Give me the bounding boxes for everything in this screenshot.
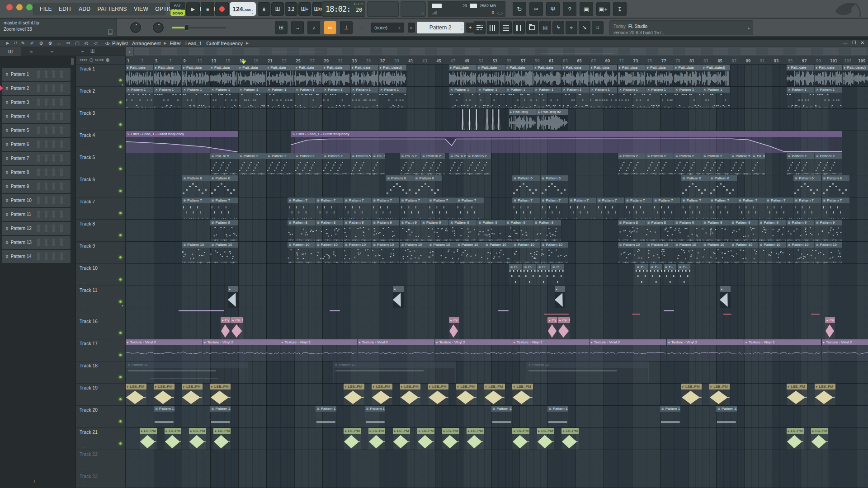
clip-Patt..date[interactable]: ▸Patt..date [815, 65, 842, 86]
track-options-dots[interactable]: ··· [81, 259, 86, 263]
clip-rev[interactable]: ▸ [720, 286, 731, 308]
menu-item-edit[interactable]: EDIT [59, 6, 72, 12]
scroll-left-button[interactable]: ‹ [126, 47, 134, 56]
track-mute-led[interactable] [119, 256, 122, 258]
clip-Cy..[interactable]: ▸Cy.. [221, 317, 231, 339]
clip-Patt..date[interactable]: ▸Patt..date [505, 65, 533, 86]
snap-magnet-icon[interactable]: ∩ [14, 41, 17, 46]
clip-Pattern 1[interactable]: ✕Pattern 1 [126, 87, 153, 108]
master-volume-knob[interactable] [153, 22, 164, 33]
clip-Pattern 10[interactable]: ≣Pattern 10 [730, 242, 758, 263]
clip-Patt..dated)[interactable]: ▸Patt..dated) [702, 65, 730, 86]
clip-Pattern 10[interactable]: ≣Pattern 10 [210, 242, 238, 263]
clip-Pattern 9[interactable]: ≣Pattern 9 [421, 220, 448, 241]
clip-Pattern 6[interactable]: ≣Pattern 6 [793, 175, 821, 197]
clip-Pattern 10[interactable]: ≣Pattern 10 [372, 242, 399, 263]
clip-Pattern 7[interactable]: ≣Pattern 7 [182, 197, 209, 219]
clip-Pattern 10[interactable]: ≣Pattern 10 [787, 242, 814, 263]
clip-Pattern 5[interactable]: ≣Pattern 5 [351, 153, 372, 175]
controller-select[interactable]: (none) ▸ [371, 23, 404, 33]
track-options-dots[interactable]: ··· [81, 127, 86, 131]
track-header[interactable]: Track 7··· [76, 197, 126, 220]
clip-rev[interactable]: ▸ [555, 286, 566, 308]
clip-LSB..PM[interactable]: ▸LSB..PM [512, 384, 533, 405]
clip-LSB..PM[interactable]: ▸LSB..PM [815, 384, 835, 405]
clip-Pattern 8[interactable]: ≣Pattern 8 [646, 220, 674, 241]
grid-view-icon[interactable]: Ш [90, 49, 94, 54]
mini-clip[interactable] [179, 310, 224, 311]
clip-Pattern 7[interactable]: ≣Pattern 7 [597, 197, 624, 219]
track-options-dots[interactable]: ··· [81, 193, 86, 197]
shop-button[interactable]: ⌗ [592, 21, 604, 34]
track-header[interactable]: Track 21··· [76, 428, 126, 450]
collapsed-tracks-row[interactable]: ··· [76, 308, 126, 317]
clip-Pattern 7[interactable]: ≣Pattern 7 [400, 197, 428, 219]
clip-LS..PM[interactable]: ▸LS..PM [811, 428, 828, 450]
clip-LSB..PM[interactable]: ▸LSB..PM [428, 384, 449, 405]
clip-Cy..[interactable]: ▸Cy.. [547, 317, 557, 339]
clip-Pattern 10[interactable]: ≣Pattern 10 [182, 242, 209, 263]
browser-button[interactable] [526, 21, 538, 34]
window-maximize-button[interactable]: ❐ [852, 40, 856, 45]
paint-tool-icon[interactable]: ✐ [29, 41, 35, 46]
mini-clip[interactable] [498, 310, 509, 311]
clip-P..[interactable]: ≣P.. [551, 264, 564, 286]
clip-LSB..PM[interactable]: ▸LSB..PM [484, 384, 505, 405]
clip-Pattern 2[interactable]: ≣Pattern 2 [674, 153, 702, 175]
track-header[interactable]: Track 2··· [76, 87, 126, 109]
clip-LS..PM[interactable]: ▸LS..PM [140, 428, 157, 450]
clip-Pattern 1[interactable]: ✕Pattern 1 [210, 87, 238, 108]
pattern-list-item[interactable]: ≣Pattern 8 [2, 166, 71, 179]
pattern-list-item[interactable]: ≣Pattern 6 [2, 138, 71, 151]
clip-Patt..date[interactable]: ▸Patt..date [351, 65, 378, 86]
track-options-dots[interactable]: ··· [81, 379, 86, 383]
clip-LS..PM[interactable]: ▸LS..PM [537, 428, 554, 450]
delete-tool-icon[interactable]: ⊘ [38, 41, 44, 46]
menu-item-add[interactable]: ADD [79, 6, 91, 12]
zoom-tool-icon[interactable]: ◎ [83, 41, 90, 46]
news-panel[interactable]: TodayFL Studio version 20.8.3 build 157.… [609, 20, 753, 35]
pattern-spinner[interactable]: ▴▾ [461, 23, 462, 31]
clip-Pattern 10[interactable]: ≣Pattern 10 [316, 242, 343, 263]
clip-Pattern 6[interactable]: ≣Pattern 6 [512, 175, 540, 197]
clip-Pattern 7[interactable]: ≣Pattern 7 [653, 197, 680, 219]
clip-Pattern 13[interactable]: ≣Pattern 13 [365, 406, 386, 427]
countdown-button[interactable]: 3.2 [285, 2, 297, 16]
window-close-button[interactable]: ✕ [861, 40, 864, 45]
clip-Pattern 9[interactable]: ≣Pattern 9 [730, 220, 758, 241]
lane-track-10[interactable] [126, 264, 868, 286]
clip-LSB..PM[interactable]: ▸LSB..PM [787, 384, 807, 405]
clip-Pattern 9[interactable]: ≣Pattern 9 [372, 220, 399, 241]
playhead-marker[interactable] [241, 61, 246, 64]
clip-Pattern 7[interactable]: ≣Pattern 7 [288, 197, 315, 219]
clip-Pattern 7[interactable]: ≣Pattern 7 [428, 197, 456, 219]
clip-Pattern 2[interactable]: ≣Pattern 2 [618, 153, 646, 175]
clip-rev[interactable]: ▸ [393, 286, 404, 308]
clip-Cy..[interactable]: ▸Cy.. [449, 317, 459, 339]
track-header[interactable]: Track 19··· [76, 384, 126, 406]
clip-Pattern 9[interactable]: ≣Pattern 9 [505, 220, 533, 241]
track-header[interactable]: Track 22··· [76, 450, 126, 472]
typing-to-piano-button[interactable]: ⋔ [258, 2, 270, 16]
pattern-list-item[interactable]: ≣Pattern 3 [2, 96, 71, 109]
tempo-spinner[interactable]: ▴▾ [252, 9, 253, 15]
clip-Pattern 2[interactable]: ≣Pattern 2 [702, 153, 730, 175]
playlist-lanes[interactable]: ▸Patt..date▸Patt..date▸Patt..date▸Patt..… [126, 65, 868, 488]
clip-Pa..n 9[interactable]: ≣Pa..n 9 [400, 220, 421, 241]
save-button[interactable]: ▣ [580, 2, 593, 16]
track-options-dots[interactable]: ··· [81, 483, 86, 488]
select-tool-icon[interactable]: ▢ [74, 41, 80, 46]
clip-LSB..PM[interactable]: ▸LSB..PM [344, 384, 364, 405]
clip-Pattern 7[interactable]: ≣Pattern 7 [737, 197, 765, 219]
mic-button[interactable]: Ψ [546, 2, 560, 16]
clip-Pattern 1[interactable]: ✕Pattern 1 [674, 87, 702, 108]
typing-keyboard-button[interactable]: ⊞ [275, 21, 288, 34]
close-window-button[interactable] [6, 4, 13, 10]
clip-Pattern 1[interactable]: ✕Pattern 1 [266, 87, 294, 108]
clip-LSB..PM[interactable]: ▸LSB..PM [400, 384, 421, 405]
clip-Pattern 1[interactable]: ✕Pattern 1 [702, 87, 730, 108]
clip-LS..PM[interactable]: ▸LS..PM [344, 428, 361, 450]
help-button[interactable]: ? [563, 2, 576, 16]
clip-Pattern 5[interactable]: ≣Pattern 5 [730, 153, 751, 175]
preview-tool-icon[interactable]: ◁ [92, 41, 99, 46]
